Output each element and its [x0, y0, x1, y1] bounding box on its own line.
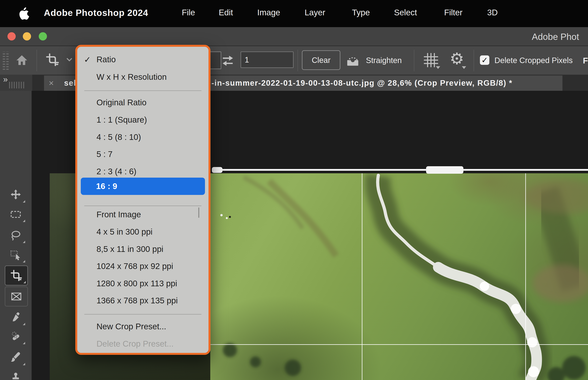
flyout-triangle — [23, 342, 25, 344]
menu-item-85x11-300ppi[interactable]: 8,5 x 11 in 300 ppi — [81, 241, 205, 257]
flyout-triangle — [23, 241, 25, 243]
eyedropper-tool-button[interactable] — [5, 308, 27, 327]
menu-select[interactable]: Select — [394, 8, 417, 17]
flyout-triangle — [23, 363, 25, 365]
gear-icon[interactable]: ⚙ — [450, 49, 464, 68]
menu-item-ratio[interactable]: ✓ Ratio — [81, 52, 205, 67]
menu-separator-2 — [84, 206, 201, 206]
menu-item-2-3[interactable]: 2 : 3 (4 : 6) — [81, 164, 205, 179]
menu-image[interactable]: Image — [257, 8, 280, 17]
tools-panel-grip[interactable] — [9, 82, 25, 88]
swap-width-height-icon[interactable] — [221, 54, 234, 66]
menu-item-1280x800[interactable]: 1280 x 800 px 113 ppi — [81, 276, 205, 291]
menu-item-delete-crop-preset: Delete Crop Preset... — [81, 336, 205, 352]
menu-3d[interactable]: 3D — [487, 8, 498, 17]
lasso-tool-button[interactable] — [5, 226, 27, 245]
apple-icon[interactable] — [19, 7, 29, 20]
front-image-indicator-bar — [198, 208, 199, 218]
options-separator-4 — [474, 50, 474, 71]
menu-type[interactable]: Type — [352, 8, 370, 17]
crop-ratio-value-input[interactable] — [241, 52, 294, 68]
crop-grid-vertical-1 — [362, 173, 362, 380]
options-separator-2 — [298, 50, 298, 71]
menu-item-1-1-square[interactable]: 1 : 1 (Square) — [81, 112, 205, 128]
menu-item-new-crop-preset[interactable]: New Crop Preset... — [81, 319, 205, 334]
document-tab-title-right: -in-summer-2022-01-19-00-13-08-utc.jpg @… — [211, 79, 512, 87]
clear-button[interactable]: Clear — [302, 50, 340, 70]
tools-panel-header: » — [0, 75, 32, 91]
flyout-triangle — [23, 281, 26, 283]
crop-tool-icon[interactable] — [46, 53, 59, 66]
zoom-window-button[interactable] — [39, 32, 47, 40]
flyout-triangle — [23, 200, 25, 203]
object-selection-tool-button[interactable] — [5, 245, 27, 264]
close-window-button[interactable] — [7, 32, 16, 40]
rectangular-marquee-tool-button[interactable] — [5, 205, 27, 224]
app-name: Adobe Photoshop 2024 — [44, 7, 148, 18]
crop-preset-dropdown: ✓ Ratio W x H x Resolution Original Rati… — [75, 45, 210, 355]
options-bar-grip2[interactable] — [6, 52, 9, 70]
straighten-label[interactable]: Straighten — [366, 56, 402, 65]
straighten-icon[interactable] — [345, 53, 360, 67]
window-title: Adobe Phot — [532, 31, 579, 42]
tools-panel — [0, 91, 32, 380]
close-tab-icon[interactable]: × — [49, 78, 54, 88]
menu-layer[interactable]: Layer — [305, 8, 325, 17]
crop-top-border[interactable] — [212, 169, 588, 171]
menu-item-16-9-selected[interactable]: 16 : 9 — [81, 178, 205, 195]
window-titlebar: Adobe Phot — [0, 27, 588, 46]
crop-grid-vertical-2 — [525, 173, 526, 380]
menu-separator-3 — [84, 314, 201, 315]
chevron-down-icon[interactable] — [66, 57, 72, 61]
flyout-triangle — [23, 220, 25, 222]
crop-tool-button[interactable] — [5, 266, 28, 285]
menu-separator-1 — [84, 90, 201, 91]
menu-item-5-7[interactable]: 5 : 7 — [81, 146, 205, 162]
menu-item-original-ratio[interactable]: Original Ratio — [81, 95, 205, 111]
check-icon: ✓ — [84, 55, 91, 64]
minimize-window-button[interactable] — [23, 32, 31, 40]
crop-grid-horizontal-1 — [210, 344, 588, 345]
menu-item-front-image[interactable]: Front Image — [81, 207, 205, 222]
checkbox-check-icon: ✓ — [481, 56, 488, 65]
spot-healing-tool-button[interactable] — [5, 327, 27, 346]
collapse-panel-chevron[interactable]: » — [3, 75, 8, 84]
gear-icon-caret — [462, 66, 466, 69]
options-bar-grip[interactable] — [3, 52, 5, 70]
next-option-clipped-label: F — [583, 56, 588, 68]
options-separator-1 — [37, 50, 37, 71]
flyout-triangle — [23, 260, 25, 263]
menu-item-1024x768[interactable]: 1024 x 768 px 92 ppi — [81, 258, 205, 274]
menu-item-4-5[interactable]: 4 : 5 (8 : 10) — [81, 129, 205, 145]
frame-tool-button[interactable] — [5, 286, 28, 306]
home-icon[interactable] — [16, 53, 28, 67]
photo-inside-crop[interactable] — [210, 173, 588, 380]
menu-item-4x5-300ppi[interactable]: 4 x 5 in 300 ppi — [81, 224, 205, 240]
options-separator-3 — [414, 50, 414, 71]
menu-edit[interactable]: Edit — [219, 8, 233, 17]
menu-item-wxh-resolution[interactable]: W x H x Resolution — [81, 69, 205, 85]
flyout-triangle — [23, 323, 25, 325]
landscape-terrain-art — [210, 173, 588, 380]
menu-bar: Adobe Photoshop 2024 File Edit Image Lay… — [0, 0, 588, 27]
brush-tool-button[interactable] — [5, 348, 27, 367]
move-tool-button[interactable] — [5, 185, 27, 204]
clear-button-label: Clear — [312, 56, 331, 65]
menu-filter[interactable]: Filter — [444, 8, 462, 17]
menu-item-1366x768[interactable]: 1366 x 768 px 135 ppi — [81, 293, 205, 308]
menu-file[interactable]: File — [182, 8, 195, 17]
delete-cropped-pixels-label[interactable]: Delete Cropped Pixels — [494, 56, 573, 65]
clone-stamp-tool-button[interactable] — [5, 368, 27, 380]
grid-icon-caret — [436, 66, 440, 69]
crop-handle-left[interactable] — [212, 167, 223, 173]
delete-cropped-pixels-checkbox[interactable]: ✓ — [480, 56, 489, 65]
crop-handle-top-center[interactable] — [426, 166, 463, 174]
